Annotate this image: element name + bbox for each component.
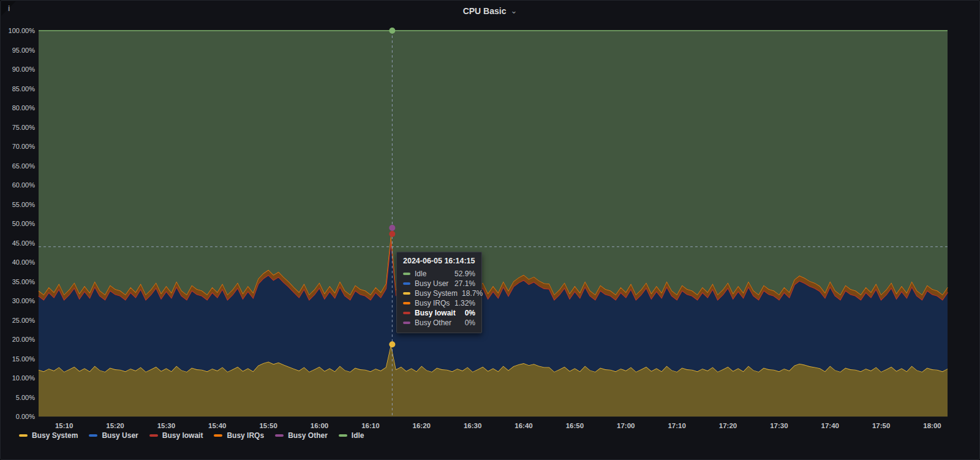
y-tick-label: 85.00% (1, 85, 35, 93)
legend-label: Busy System (32, 431, 78, 440)
tooltip-row-busy-irqs: Busy IRQs1.32% (403, 298, 475, 308)
y-tick-label: 35.00% (1, 277, 35, 286)
y-tick-label: 75.00% (1, 123, 35, 132)
legend-swatch (339, 434, 347, 437)
legend-swatch (275, 434, 284, 437)
x-tick-label: 17:10 (658, 421, 695, 430)
legend-label: Busy Other (288, 431, 328, 440)
y-tick-label: 20.00% (1, 335, 35, 344)
cpu-basic-panel: i CPU Basic ⌄ 0.00%5.00%10.00%15.00%20.0… (0, 0, 980, 460)
tooltip-series-value: 52.9% (454, 270, 475, 278)
tooltip-swatch (403, 302, 410, 304)
tooltip-series-name: Busy IRQs (415, 299, 450, 307)
tooltip-row-busy-system: Busy System18.7% (403, 288, 475, 298)
legend-swatch (149, 434, 158, 437)
x-tick-label: 17:50 (863, 421, 900, 430)
x-tick-label: 17:40 (812, 421, 848, 430)
y-tick-label: 0.00% (1, 412, 35, 421)
x-tick-label: 16:00 (301, 421, 338, 430)
tooltip-row-busy-user: Busy User27.1% (403, 279, 475, 288)
tooltip-series-name: Busy User (415, 279, 450, 288)
y-tick-label: 30.00% (1, 296, 35, 305)
area-idle (39, 31, 948, 295)
x-tick-label: 15:50 (250, 421, 287, 430)
x-tick-label: 15:30 (148, 421, 184, 430)
x-tick-label: 16:20 (403, 421, 440, 430)
tooltip-timestamp: 2024-06-05 16:14:15 (403, 257, 475, 265)
y-tick-label: 45.00% (1, 239, 35, 247)
tooltip-series-value: 27.1% (454, 279, 475, 288)
y-tick-label: 70.00% (1, 142, 35, 151)
tooltip-series-name: Busy System (415, 289, 458, 298)
x-tick-label: 17:00 (608, 421, 644, 430)
legend: Busy SystemBusy UserBusy IowaitBusy IRQs… (19, 431, 364, 440)
x-tick-label: 15:40 (199, 421, 236, 430)
x-tick-label: 18:00 (914, 421, 951, 430)
tooltip-series-name: Busy Other (415, 319, 461, 327)
tooltip-swatch (403, 322, 410, 324)
x-tick-label: 16:10 (352, 421, 389, 430)
tooltip-series-name: Busy Iowait (415, 309, 461, 317)
tooltip-series-name: Idle (415, 270, 450, 278)
y-tick-label: 50.00% (1, 219, 35, 228)
tooltip-series-value: 18.7% (462, 289, 483, 298)
tooltip-series-value: 0% (465, 309, 475, 317)
legend-item-busy-system[interactable]: Busy System (19, 431, 78, 440)
x-tick-label: 16:30 (454, 421, 491, 430)
legend-item-busy-irqs[interactable]: Busy IRQs (214, 431, 264, 440)
hover-dot-busy-other (389, 225, 395, 231)
x-tick-label: 15:20 (97, 421, 134, 430)
tooltip-row-busy-other: Busy Other0% (403, 318, 475, 328)
tooltip-swatch (403, 292, 410, 295)
x-tick-label: 15:10 (46, 421, 83, 430)
legend-swatch (214, 434, 222, 437)
tooltip-series-value: 1.32% (454, 299, 475, 307)
legend-label: Idle (352, 431, 364, 440)
legend-label: Busy Iowait (162, 431, 203, 440)
legend-item-idle[interactable]: Idle (339, 431, 364, 440)
x-tick-label: 17:30 (761, 421, 797, 430)
legend-swatch (19, 434, 28, 437)
y-tick-label: 60.00% (1, 181, 35, 189)
hover-dot-idle (389, 28, 395, 34)
tooltip-swatch (403, 312, 410, 314)
legend-item-busy-other[interactable]: Busy Other (275, 431, 328, 440)
y-tick-label: 100.00% (1, 26, 35, 35)
hover-dot-busy-system (389, 341, 395, 347)
cpu-basic-chart[interactable] (1, 1, 980, 460)
hover-dot-busy-iowait (389, 231, 395, 237)
tooltip-swatch (403, 282, 410, 285)
legend-item-busy-iowait[interactable]: Busy Iowait (149, 431, 203, 440)
legend-label: Busy User (102, 431, 138, 440)
y-tick-label: 10.00% (1, 374, 35, 382)
legend-label: Busy IRQs (227, 431, 264, 440)
x-tick-label: 17:20 (710, 421, 747, 430)
y-tick-label: 65.00% (1, 162, 35, 170)
legend-item-busy-user[interactable]: Busy User (89, 431, 138, 440)
y-tick-label: 5.00% (1, 393, 35, 402)
panel-info-icon[interactable]: i (8, 4, 10, 13)
legend-swatch (89, 434, 97, 437)
y-tick-label: 40.00% (1, 258, 35, 266)
tooltip-swatch (403, 273, 410, 275)
tooltip-row-busy-iowait: Busy Iowait0% (403, 308, 475, 318)
y-tick-label: 25.00% (1, 316, 35, 325)
tooltip-series-value: 0% (465, 319, 475, 327)
tooltip: 2024-06-05 16:14:15 Idle52.9%Busy User27… (396, 252, 482, 333)
x-tick-label: 16:50 (556, 421, 593, 430)
y-tick-label: 80.00% (1, 104, 35, 112)
y-tick-label: 95.00% (1, 46, 35, 55)
tooltip-row-idle: Idle52.9% (403, 269, 475, 279)
y-tick-label: 55.00% (1, 200, 35, 209)
y-tick-label: 90.00% (1, 65, 35, 74)
y-tick-label: 15.00% (1, 355, 35, 363)
x-tick-label: 16:40 (505, 421, 542, 430)
